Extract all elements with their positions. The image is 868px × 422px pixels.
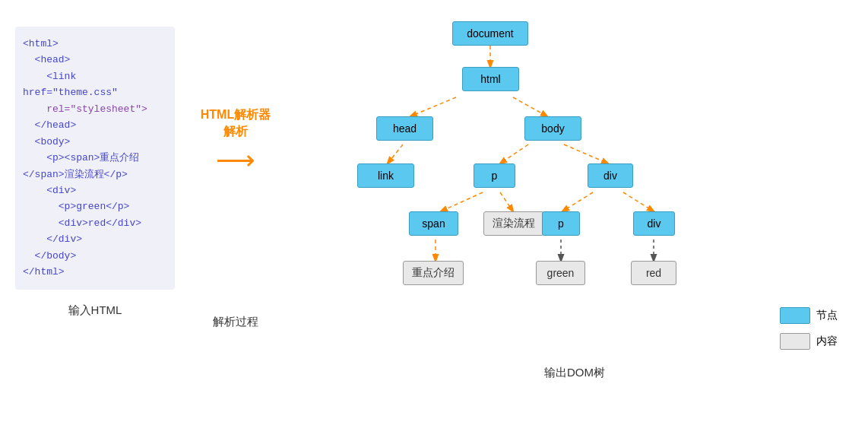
svg-line-3 [388,144,403,163]
code-line-3: <link href="theme.css" [23,68,167,101]
svg-line-9 [623,192,654,211]
node-document: document [452,21,528,46]
code-line-6: <body> [23,134,167,150]
legend-box-blue [780,307,810,324]
code-line-2: <head> [23,52,167,68]
svg-line-2 [513,97,547,116]
svg-line-5 [564,144,608,163]
node-span: span [409,211,458,236]
svg-line-7 [500,192,513,211]
tree-panel: document html head body link p div span … [289,15,860,388]
code-line-13: </html> [23,264,167,280]
svg-line-8 [562,192,593,211]
node-html: html [462,67,519,91]
legend-node-label: 节点 [816,309,838,322]
code-line-11: </div> [23,231,167,247]
node-link: link [357,163,414,188]
code-line-12: </body> [23,248,167,264]
code-line-9: <p>green</p> [23,198,167,214]
label-output: 输出DOM树 [544,366,605,380]
code-line-4: rel="stylesheet"> [23,101,167,117]
svg-line-1 [410,97,456,116]
node-text-render: 渲染流程 [483,211,544,236]
main-container: <html> <head> <link href="theme.css" rel… [0,0,868,422]
legend-content: 内容 [780,333,838,350]
node-p2: p [542,211,580,236]
node-green: green [536,261,585,285]
arrow-panel: HTML解析器解析 ⟶ 解析过程 [182,15,289,329]
tree-connections-svg [289,15,860,388]
arrow-label: HTML解析器解析 [201,106,271,141]
code-line-1: <html> [23,36,167,52]
node-div2: div [633,211,675,236]
svg-line-6 [441,192,483,211]
code-block: <html> <head> <link href="theme.css" rel… [15,27,175,290]
code-line-8: <div> [23,182,167,198]
legend-content-label: 内容 [816,335,838,348]
legend-box-gray [780,333,810,350]
node-body: body [524,116,581,141]
legend: 节点 内容 [780,307,838,350]
node-p1: p [474,163,515,188]
label-input: 输入HTML [15,303,175,318]
node-red: red [631,261,676,285]
node-head: head [376,116,433,141]
code-line-10: <div>red</div> [23,215,167,231]
big-arrow-icon: ⟶ [216,147,255,174]
code-panel: <html> <head> <link href="theme.css" rel… [8,15,182,329]
svg-line-4 [500,144,528,163]
label-process: 解析过程 [213,315,258,329]
node-zhongdian: 重点介绍 [403,261,464,285]
legend-node: 节点 [780,307,838,324]
node-div1: div [588,163,633,188]
code-line-7: <p><span>重点介绍</span>渲染流程</p> [23,150,167,182]
code-line-5: </head> [23,117,167,133]
